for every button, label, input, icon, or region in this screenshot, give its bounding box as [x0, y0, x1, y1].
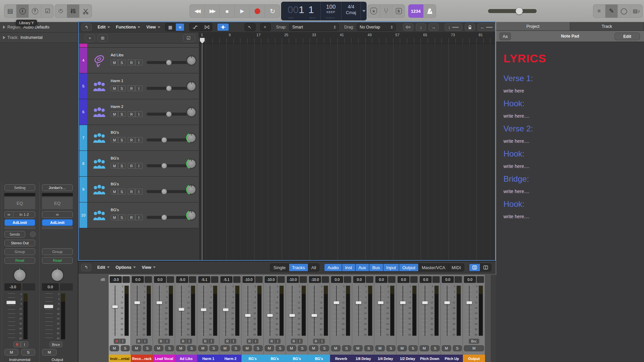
track-record-button[interactable]: R — [128, 189, 135, 194]
snap-dropdown[interactable]: Smart — [289, 23, 339, 31]
channel-name[interactable]: Pitch Down — [419, 355, 441, 362]
fader-thumb[interactable] — [333, 301, 339, 304]
channel-name[interactable]: Output — [463, 355, 485, 362]
track-mute-button[interactable]: M — [111, 60, 118, 65]
track-volume-slider[interactable] — [147, 61, 187, 64]
channel-fader[interactable]: 03612182430405060 — [264, 285, 286, 337]
command-tool-menu[interactable]: + — [260, 23, 271, 31]
channel-solo-button[interactable]: S — [342, 345, 352, 351]
track-volume-knob[interactable] — [166, 111, 172, 117]
track-volume-slider[interactable] — [147, 216, 187, 219]
mixer-filter-bus[interactable]: Bus — [369, 264, 383, 271]
workspace-grid[interactable] — [199, 44, 495, 260]
track-volume-knob[interactable] — [161, 189, 167, 194]
track-volume-slider[interactable] — [147, 113, 187, 116]
track-volume-knob[interactable] — [166, 85, 172, 91]
mixer-filter-input[interactable]: Input — [383, 264, 399, 271]
track-solo-button[interactable]: S — [118, 60, 125, 65]
solo-button[interactable]: S — [21, 349, 35, 356]
track-number[interactable]: 5 — [79, 73, 87, 99]
channel-input-monitor-button[interactable]: I — [275, 339, 281, 344]
channel-name[interactable]: Instr…ental — [109, 355, 131, 362]
tuner-icon[interactable] — [380, 4, 392, 18]
track-pan-knob[interactable] — [186, 210, 197, 221]
channel-input-monitor-button[interactable]: I — [230, 339, 236, 344]
notepad-tab-project[interactable]: Project — [496, 22, 570, 31]
inspector-icon[interactable]: i — [16, 4, 29, 18]
forward-button[interactable]: ▶▶ — [205, 4, 220, 18]
mixer-filter-audio[interactable]: Audio — [324, 264, 342, 271]
channel-solo-button[interactable]: S — [276, 345, 285, 351]
text-format-button[interactable]: Aa — [499, 33, 511, 40]
channel-name[interactable]: BG's — [308, 355, 330, 362]
channel-fader[interactable]: 03612182430405060 — [241, 285, 264, 337]
track-volume-slider[interactable] — [147, 138, 187, 141]
group-button[interactable]: Group — [4, 248, 35, 255]
channel-mute-button[interactable]: M — [375, 345, 385, 351]
track-volume-knob[interactable] — [161, 137, 167, 143]
track-volume-knob[interactable] — [161, 215, 167, 220]
channel-name[interactable]: Pitch Up — [441, 355, 463, 362]
channel-fader[interactable]: 03612182430405060 — [153, 285, 175, 337]
mute-button[interactable]: M — [4, 349, 18, 356]
track-pan-knob[interactable] — [186, 159, 197, 169]
mixer-channel-strip[interactable]: 0.0 03612182430405060 MS Pitch Down — [419, 275, 441, 362]
duplicate-track-button[interactable]: ⊞ — [98, 34, 108, 42]
empty-insert-slot[interactable] — [4, 227, 35, 229]
mixer-filter-output[interactable]: Output — [399, 264, 419, 271]
track-icon[interactable] — [91, 130, 108, 146]
track-icon[interactable] — [91, 78, 108, 94]
mixer-channel-strip[interactable]: -10.0 03612182430405060 RI MS BG's — [241, 275, 264, 362]
mixer-channel-strip[interactable]: -5.1 03612182430405060 RI MS Harm 2 — [219, 275, 241, 362]
track-mute-button[interactable]: M — [111, 111, 118, 117]
track-row[interactable]: 5 Harm 1 M S R I — [79, 73, 199, 99]
track-mute-button[interactable]: M — [111, 215, 118, 220]
mixer-filter-master-vca[interactable]: Master/VCA — [419, 264, 448, 271]
track-icon[interactable] — [91, 52, 108, 68]
send-knob[interactable] — [30, 231, 36, 237]
track-volume-slider[interactable] — [147, 190, 187, 193]
fader-db-value[interactable]: 0.0 — [442, 276, 454, 283]
track-input-monitor-button[interactable]: I — [135, 137, 143, 143]
sends-button[interactable]: Sends — [4, 231, 25, 238]
channel-name[interactable]: Harm 2 — [219, 355, 241, 362]
track-number[interactable]: 4 — [79, 48, 87, 73]
flex-icon[interactable] — [201, 23, 213, 31]
track-input-monitor-button[interactable]: I — [135, 215, 143, 220]
channel-fader[interactable]: 03612182430405060 — [463, 285, 485, 337]
channel-solo-button[interactable]: S — [121, 345, 130, 351]
disclosure-icon[interactable] — [3, 25, 5, 29]
channel-solo-button[interactable]: S — [165, 345, 174, 351]
input-slot[interactable]: ∞ In 1-2 — [4, 211, 35, 218]
channel-record-button[interactable]: R — [158, 339, 164, 344]
channel-solo-button[interactable]: S — [143, 345, 152, 351]
track-pan-knob[interactable] — [186, 184, 197, 195]
channel-solo-button[interactable]: S — [209, 345, 219, 351]
track-record-button[interactable]: R — [128, 163, 135, 169]
mixer-scope-single[interactable]: Single — [270, 264, 289, 271]
bar-ruler[interactable]: 19172533414957657381 — [199, 33, 495, 44]
notepad-tab-track[interactable]: Track — [570, 22, 644, 31]
track-name[interactable]: BG's — [111, 208, 119, 212]
channel-solo-button[interactable]: S — [364, 345, 374, 351]
region-inspector-header[interactable]: Region: Audio Defaults — [0, 22, 78, 33]
channel-record-button[interactable]: R — [224, 339, 230, 344]
channel-name[interactable]: BG's — [264, 355, 286, 362]
track-row-partial[interactable] — [79, 44, 199, 48]
track-name[interactable]: Harm 1 — [111, 79, 123, 83]
track-number[interactable]: 10 — [79, 202, 87, 228]
input-monitor-button[interactable]: I — [21, 342, 28, 347]
track-name[interactable]: Ad Libs — [111, 53, 123, 57]
track-header-config-button[interactable]: ☑ — [183, 34, 195, 42]
track-record-button[interactable]: R — [128, 215, 135, 220]
eq-thumbnail[interactable] — [42, 193, 73, 196]
tracks-menu-view[interactable]: View — [146, 25, 160, 29]
lcd-position[interactable]: 00 1 1 BAR BEAT — [281, 2, 321, 20]
fader-db-value[interactable]: 0.0 — [375, 276, 387, 283]
track-icon[interactable] — [91, 207, 108, 223]
drag-dropdown[interactable]: No Overlap — [357, 23, 396, 31]
track-record-button[interactable]: R — [128, 60, 135, 65]
lcd-chevron-icon[interactable] — [361, 2, 367, 20]
mixer-channel-strip[interactable]: 0.0 03612182430405060 MS Pitch Up — [441, 275, 463, 362]
fader-db-value[interactable]: 0.0 — [154, 276, 166, 283]
